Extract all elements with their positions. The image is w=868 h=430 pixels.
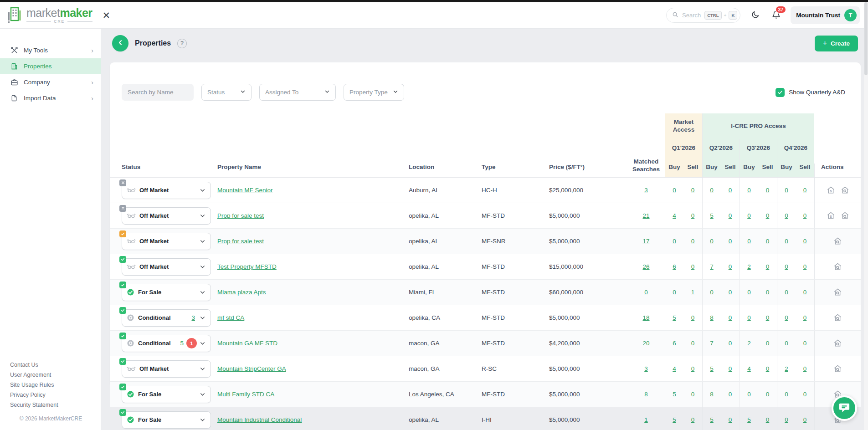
property-name-link[interactable]: Mountain StripCenter GA bbox=[217, 365, 286, 372]
status-dropdown[interactable]: Off Market bbox=[122, 182, 211, 199]
property-name-link[interactable]: Mountain GA MF STD bbox=[217, 340, 277, 347]
sell-count-link[interactable]: 0 bbox=[766, 238, 770, 245]
buy-count-link[interactable]: 4 bbox=[747, 365, 751, 372]
home-search-icon[interactable] bbox=[841, 186, 849, 195]
footer-link-security-statement[interactable]: Security Statement bbox=[10, 402, 101, 408]
buy-count-link[interactable]: 0 bbox=[710, 187, 714, 194]
user-menu[interactable]: Mountain Trust T bbox=[791, 6, 860, 24]
buy-count-link[interactable]: 0 bbox=[747, 314, 751, 321]
sell-count-link[interactable]: 0 bbox=[691, 391, 695, 398]
sell-count-link[interactable]: 0 bbox=[803, 263, 807, 270]
sell-count-link[interactable]: 0 bbox=[729, 416, 732, 423]
buy-count-link[interactable]: 5 bbox=[673, 416, 676, 423]
buy-count-link[interactable]: 5 bbox=[673, 391, 676, 398]
footer-link-privacy-policy[interactable]: Privacy Policy bbox=[10, 392, 101, 398]
home-search-icon[interactable] bbox=[833, 313, 842, 322]
home-dollar-icon[interactable]: $ bbox=[827, 186, 835, 195]
buy-count-link[interactable]: 0 bbox=[785, 340, 788, 347]
assigned-to-filter-select[interactable]: Assigned To bbox=[259, 84, 336, 101]
property-type-filter-select[interactable]: Property Type bbox=[344, 84, 404, 101]
sell-count-link[interactable]: 0 bbox=[766, 314, 770, 321]
search-by-name-input[interactable] bbox=[122, 84, 194, 101]
buy-count-link[interactable]: 0 bbox=[785, 314, 788, 321]
status-dropdown[interactable]: For Sale bbox=[122, 411, 211, 429]
sell-count-link[interactable]: 0 bbox=[766, 212, 770, 219]
status-count-link[interactable]: 3 bbox=[191, 314, 195, 321]
chat-button[interactable] bbox=[832, 395, 857, 421]
buy-count-link[interactable]: 0 bbox=[747, 289, 751, 296]
sell-count-link[interactable]: 0 bbox=[766, 391, 770, 398]
buy-count-link[interactable]: 0 bbox=[673, 187, 676, 194]
sidebar-item-import-data[interactable]: Import Data › bbox=[0, 90, 101, 106]
sell-count-link[interactable]: 0 bbox=[729, 263, 732, 270]
sell-count-link[interactable]: 0 bbox=[766, 187, 770, 194]
sell-count-link[interactable]: 0 bbox=[803, 289, 807, 296]
sidebar-item-my-tools[interactable]: My Tools › bbox=[0, 42, 101, 58]
global-search-input[interactable]: Search CTRL + K bbox=[666, 8, 740, 23]
sell-count-link[interactable]: 0 bbox=[691, 263, 695, 270]
home-search-icon[interactable] bbox=[833, 364, 842, 373]
sidebar-item-company[interactable]: Company › bbox=[0, 74, 101, 90]
buy-count-link[interactable]: 4 bbox=[673, 365, 676, 372]
buy-count-link[interactable]: 0 bbox=[747, 238, 751, 245]
buy-count-link[interactable]: 0 bbox=[785, 391, 788, 398]
buy-count-link[interactable]: 7 bbox=[710, 340, 714, 347]
buy-count-link[interactable]: 0 bbox=[673, 289, 676, 296]
home-search-icon[interactable] bbox=[833, 262, 842, 271]
property-name-link[interactable]: Test Property MFSTD bbox=[217, 263, 277, 270]
sell-count-link[interactable]: 0 bbox=[729, 391, 732, 398]
buy-count-link[interactable]: 0 bbox=[785, 212, 788, 219]
sidebar-item-properties[interactable]: Properties bbox=[0, 58, 101, 74]
footer-link-user-agreement[interactable]: User Agreement bbox=[10, 372, 101, 378]
create-button[interactable]: + Create bbox=[815, 36, 858, 51]
sell-count-link[interactable]: 0 bbox=[766, 340, 770, 347]
buy-count-link[interactable]: 0 bbox=[747, 187, 751, 194]
sell-count-link[interactable]: 0 bbox=[691, 212, 695, 219]
status-dropdown[interactable]: Conditional3 bbox=[122, 309, 211, 327]
sell-count-link[interactable]: 0 bbox=[691, 340, 695, 347]
matched-searches-link[interactable]: 17 bbox=[642, 238, 649, 245]
buy-count-link[interactable]: 0 bbox=[747, 212, 751, 219]
buy-count-link[interactable]: 0 bbox=[673, 238, 676, 245]
buy-count-link[interactable]: 8 bbox=[710, 391, 714, 398]
home-search-icon[interactable] bbox=[841, 211, 849, 220]
footer-link-contact-us[interactable]: Contact Us bbox=[10, 362, 101, 368]
matched-searches-link[interactable]: 26 bbox=[642, 263, 649, 270]
sell-count-link[interactable]: 0 bbox=[729, 187, 732, 194]
sell-count-link[interactable]: 0 bbox=[803, 314, 807, 321]
buy-count-link[interactable]: 0 bbox=[747, 391, 751, 398]
sell-count-link[interactable]: 0 bbox=[691, 238, 695, 245]
matched-searches-link[interactable]: 1 bbox=[644, 416, 648, 423]
buy-count-link[interactable]: 0 bbox=[785, 263, 788, 270]
sell-count-link[interactable]: 0 bbox=[729, 238, 732, 245]
buy-count-link[interactable]: 0 bbox=[785, 416, 788, 423]
back-button[interactable] bbox=[112, 35, 128, 51]
matched-searches-link[interactable]: 20 bbox=[642, 340, 649, 347]
sell-count-link[interactable]: 0 bbox=[766, 365, 770, 372]
buy-count-link[interactable]: 5 bbox=[710, 212, 714, 219]
sell-count-link[interactable]: 0 bbox=[766, 416, 770, 423]
sell-count-link[interactable]: 0 bbox=[803, 391, 807, 398]
scrollbar-thumb[interactable] bbox=[864, 2, 868, 75]
property-name-link[interactable]: mf std CA bbox=[217, 314, 244, 321]
status-dropdown[interactable]: For Sale bbox=[122, 284, 211, 301]
status-dropdown[interactable]: Off Market bbox=[122, 233, 211, 250]
status-dropdown[interactable]: Off Market bbox=[122, 207, 211, 225]
close-icon[interactable]: ✕ bbox=[103, 10, 111, 20]
sell-count-link[interactable]: 0 bbox=[803, 365, 807, 372]
buy-count-link[interactable]: 8 bbox=[710, 314, 714, 321]
sell-count-link[interactable]: 0 bbox=[766, 289, 770, 296]
matched-searches-link[interactable]: 8 bbox=[644, 391, 648, 398]
buy-count-link[interactable]: 5 bbox=[747, 416, 751, 423]
status-dropdown[interactable]: For Sale bbox=[122, 386, 211, 403]
buy-count-link[interactable]: 5 bbox=[710, 416, 714, 423]
property-name-link[interactable]: Prop for sale test bbox=[217, 212, 264, 219]
sell-count-link[interactable]: 0 bbox=[729, 289, 732, 296]
sell-count-link[interactable]: 0 bbox=[691, 187, 695, 194]
status-dropdown[interactable]: Off Market bbox=[122, 360, 211, 378]
sell-count-link[interactable]: 0 bbox=[729, 365, 732, 372]
buy-count-link[interactable]: 7 bbox=[710, 263, 714, 270]
sell-count-link[interactable]: 0 bbox=[803, 212, 807, 219]
matched-searches-link[interactable]: 3 bbox=[644, 365, 648, 372]
sell-count-link[interactable]: 0 bbox=[691, 314, 695, 321]
